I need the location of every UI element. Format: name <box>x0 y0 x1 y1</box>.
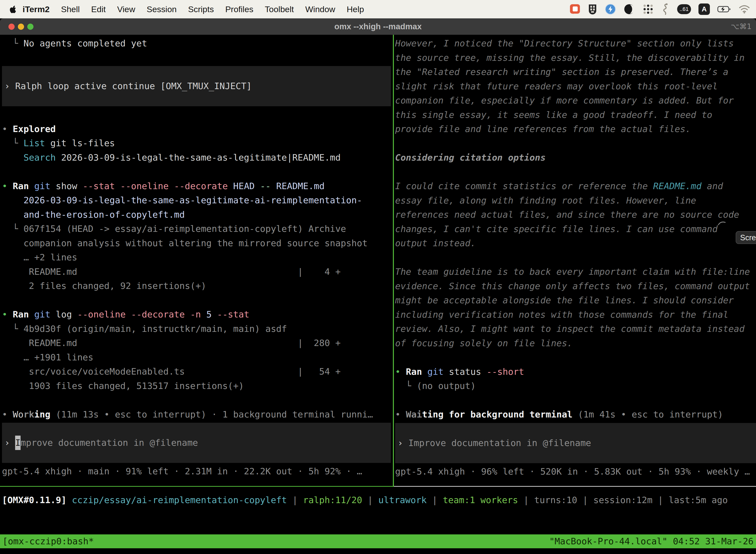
text-segment <box>29 181 34 191</box>
dots-grid-icon[interactable] <box>642 3 654 15</box>
terminal-line: • Ran git log --oneline --decorate -n 5 … <box>2 307 393 322</box>
badge-61[interactable]: ..61 <box>677 4 691 14</box>
text-segment: Search <box>23 152 56 163</box>
text-segment: rk <box>23 409 34 420</box>
menu-item-app[interactable]: iTerm2 <box>17 4 55 14</box>
text-segment: might be acceptable alongside the file l… <box>395 295 734 305</box>
terminal-line: of focusing solely on file lines. <box>395 336 756 350</box>
menu-item-shell[interactable]: Shell <box>55 4 85 14</box>
terminal-line: might be acceptable alongside the file l… <box>395 293 756 308</box>
menu-item-scripts[interactable]: Scripts <box>182 4 219 14</box>
chat-icon[interactable] <box>569 3 580 15</box>
terminal-line: • Explored <box>2 122 393 136</box>
terminal-line: changes, I can't cite specific file line… <box>395 222 756 236</box>
terminal-line: However, I noticed the "Directory Struct… <box>395 36 756 51</box>
badge-a[interactable]: A <box>698 3 710 15</box>
apple-menu-icon[interactable] <box>9 5 17 13</box>
terminal-line: • Ran git status --short <box>395 365 756 379</box>
menu-item-edit[interactable]: Edit <box>85 4 112 14</box>
bolt-circle-icon[interactable] <box>605 3 616 15</box>
text-segment: turns:10 <box>534 495 577 505</box>
terminal-line: README.md | 280 + <box>2 336 393 350</box>
terminal-line: Search 2026-03-09-is-legal-the-same-as-l… <box>2 151 393 165</box>
tmux-status-bar: [omx-cczip0:bash* "MacBook-Pro-44.local"… <box>0 535 756 548</box>
text-segment: › <box>4 79 15 93</box>
terminal-line: └ 067f154 (HEAD -> essay/ai-reimplementa… <box>2 222 393 236</box>
text-segment: Considering citation options <box>395 152 546 163</box>
wifi-icon[interactable] <box>739 5 750 14</box>
text-segment: 067f154 (HEAD -> essay/ai-reimplementati… <box>23 224 346 234</box>
terminal-line <box>395 393 756 407</box>
menu-item-window[interactable]: Window <box>300 4 341 14</box>
terminal-line: 2026-03-09-is-legal-the-same-as-legitima… <box>2 193 393 208</box>
menu-item-profiles[interactable]: Profiles <box>219 4 259 14</box>
text-segment: (11m 13s • esc to interrupt) · 1 backgro… <box>56 409 373 420</box>
left-pane[interactable]: └ No agents completed yet› Ralph loop ac… <box>0 35 393 479</box>
text-segment: Improve documentation in @filename <box>408 436 591 450</box>
battery-icon[interactable] <box>717 6 731 13</box>
terminal-line: the "Related research writing" section i… <box>395 65 756 79</box>
text-segment: and-the-erosion-of-copyleft.md <box>2 210 185 220</box>
terminal-line: └ (no output) <box>395 379 756 393</box>
text-segment: Wo <box>13 409 23 420</box>
text-segment: I could cite commit statistics or refere… <box>395 181 653 191</box>
terminal-line: essay file, along with finding root file… <box>395 193 756 208</box>
text-segment: 2026-03-09-is-legal-the-same-as-legitima… <box>2 195 362 205</box>
text-segment: team:1 workers <box>443 495 518 505</box>
prompt-input-box[interactable]: › Improve documentation in @filename <box>395 423 756 463</box>
text-segment: Explored <box>13 124 56 134</box>
text-segment: Ran <box>13 181 29 191</box>
text-segment: | <box>577 495 593 505</box>
terminal-line: I could cite commit statistics or refere… <box>395 179 756 193</box>
text-segment: … +2 lines <box>2 252 77 262</box>
terminal-line: references need actual files, and since … <box>395 208 756 222</box>
terminal-line: gpt-5.4 xhigh · 96% left · 520K in · 5.8… <box>395 464 756 479</box>
prompt-input-box[interactable]: › Ralph loop active continue [OMX_TMUX_I… <box>2 66 391 106</box>
right-pane-bottom-border <box>394 486 756 487</box>
screen-tooltip[interactable]: Scre <box>736 231 756 244</box>
text-segment: references need actual files, and since … <box>395 210 739 220</box>
text-segment: However, I noticed the "Directory Struct… <box>395 38 734 48</box>
swirl-mark-icon <box>718 220 726 227</box>
terminal-line: companion file, especially if more comme… <box>395 93 756 108</box>
text-segment: provide file and line references from th… <box>395 124 691 134</box>
text-segment: Ran <box>406 367 422 377</box>
text-segment: output instead. <box>395 238 476 248</box>
text-segment: companion analysis without altering the … <box>2 238 368 248</box>
text-segment: of focusing solely on file lines. <box>395 338 572 348</box>
terminal-line: companion analysis without altering the … <box>2 236 393 251</box>
terminal-line: … +2 lines <box>2 250 393 265</box>
macos-menu-bar: iTerm2 ShellEditViewSessionScriptsProfil… <box>0 0 756 18</box>
menu-item-session[interactable]: Session <box>141 4 182 14</box>
pie-circle-icon[interactable] <box>624 3 635 15</box>
text-segment <box>201 309 206 320</box>
shield-icon[interactable] <box>588 3 597 15</box>
pane-divider[interactable] <box>393 35 394 487</box>
text-segment: └ <box>2 224 23 234</box>
text-segment: including verification notes with those … <box>395 310 729 320</box>
text-segment: 1903 files changed, 513517 insertions(+) <box>2 381 244 391</box>
terminal-line: • Waiting for background terminal (1m 41… <box>395 407 756 422</box>
terminal-line: src/voice/voiceModeEnabled.ts | 54 + <box>2 365 393 379</box>
right-pane[interactable]: However, I noticed the "Directory Struct… <box>395 35 756 479</box>
text-segment <box>29 309 34 320</box>
text-segment: ting for background terminal <box>422 409 572 420</box>
text-segment: ing <box>34 409 50 420</box>
terminal-line <box>2 51 393 65</box>
menu-item-view[interactable]: View <box>111 4 141 14</box>
terminal-line: └ List git ls-files <box>2 136 393 151</box>
menu-item-toolbelt[interactable]: Toolbelt <box>259 4 300 14</box>
text-segment: (no output) <box>417 381 476 391</box>
text-segment <box>66 495 72 505</box>
menu-item-help[interactable]: Help <box>341 4 370 14</box>
terminal-line: 2 files changed, 92 insertions(+) <box>2 279 393 293</box>
text-segment: • <box>2 309 13 320</box>
text-segment: review. Also, I might want to inspect th… <box>395 324 745 334</box>
text-segment: show <box>50 181 82 191</box>
text-segment: --stat --oneline --decorate <box>82 181 228 191</box>
text-segment: [OMX#0.11.9] <box>2 495 66 505</box>
text-segment: status <box>443 367 486 377</box>
text-segment: git <box>34 309 50 320</box>
prompt-input-box[interactable]: › Improve documentation in @filename <box>2 423 391 463</box>
squiggle-icon[interactable] <box>661 3 670 15</box>
